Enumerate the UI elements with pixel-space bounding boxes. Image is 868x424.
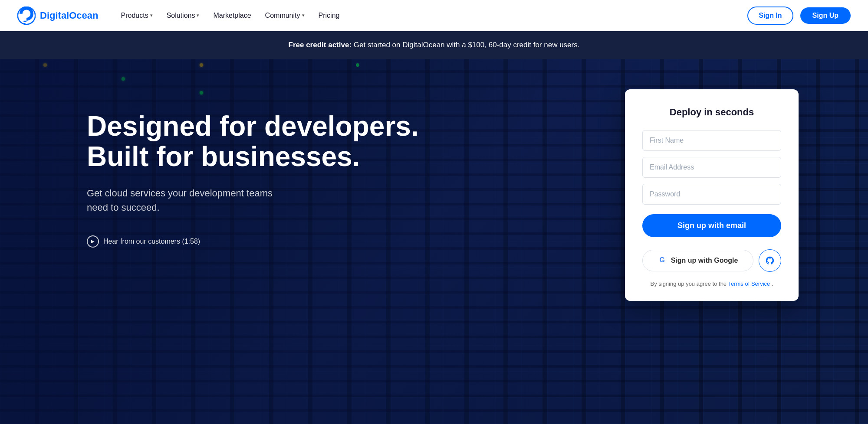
hero-content: Designed for developers. Built for busin… [0,59,868,424]
nav-pricing[interactable]: Pricing [313,8,345,23]
nav-pricing-label: Pricing [319,12,340,20]
first-name-group [642,130,781,151]
promo-banner: Free credit active: Get started on Digit… [0,31,868,59]
password-input[interactable] [642,184,781,205]
navbar: DigitalOcean Products ▾ Solutions ▾ Mark… [0,0,868,31]
nav-marketplace[interactable]: Marketplace [208,8,256,23]
first-name-input[interactable] [642,130,781,151]
github-icon [765,256,775,265]
signin-button[interactable]: Sign In [747,7,793,25]
banner-text: Get started on DigitalOcean with a $100,… [354,41,580,49]
nav-community[interactable]: Community ▾ [260,8,310,23]
svg-rect-2 [23,23,25,24]
play-icon: ▶ [87,235,99,248]
chevron-down-icon: ▾ [302,13,305,18]
video-link-text: Hear from our customers (1:58) [103,238,200,245]
banner-bold: Free credit active: [289,41,352,49]
nav-products-label: Products [121,12,148,20]
hero-heading-line2: Built for businesses. [87,141,360,172]
chevron-down-icon: ▾ [197,13,199,18]
video-link[interactable]: ▶ Hear from our customers (1:58) [87,235,582,248]
chevron-down-icon: ▾ [150,13,153,18]
hero-subtitle: Get cloud services your development team… [87,186,295,215]
card-title: Deploy in seconds [642,107,781,118]
google-icon: G [658,256,667,265]
signup-card: Deploy in seconds Sign up with email G S… [625,89,799,301]
email-input[interactable] [642,157,781,178]
github-signup-button[interactable] [759,249,781,272]
svg-rect-1 [23,20,26,22]
hero-heading: Designed for developers. Built for busin… [87,111,582,172]
google-button-label: Sign up with Google [671,257,738,264]
email-group [642,157,781,178]
nav-solutions-label: Solutions [167,12,195,20]
nav-marketplace-label: Marketplace [213,12,251,20]
hero-left: Designed for developers. Built for busin… [87,94,582,248]
signup-button[interactable]: Sign Up [800,7,851,24]
terms-suffix: . [772,280,773,287]
email-signup-button[interactable]: Sign up with email [642,214,781,237]
google-signup-button[interactable]: G Sign up with Google [642,250,753,271]
nav-links: Products ▾ Solutions ▾ Marketplace Commu… [115,8,345,23]
terms-text: By signing up you agree to the Terms of … [642,280,781,287]
social-buttons: G Sign up with Google [642,249,781,272]
logo[interactable]: DigitalOcean [17,7,98,25]
logo-text: DigitalOcean [40,10,98,21]
hero-section: Free credit active: Get started on Digit… [0,0,868,424]
nav-products[interactable]: Products ▾ [115,8,158,23]
terms-prefix: By signing up you agree to the [650,280,728,287]
hero-heading-line1: Designed for developers. [87,111,419,142]
nav-solutions[interactable]: Solutions ▾ [161,8,205,23]
navbar-left: DigitalOcean Products ▾ Solutions ▾ Mark… [17,7,345,25]
navbar-right: Sign In Sign Up [747,7,851,25]
nav-community-label: Community [265,12,300,20]
terms-link[interactable]: Terms of Service [728,280,770,287]
password-group [642,184,781,205]
